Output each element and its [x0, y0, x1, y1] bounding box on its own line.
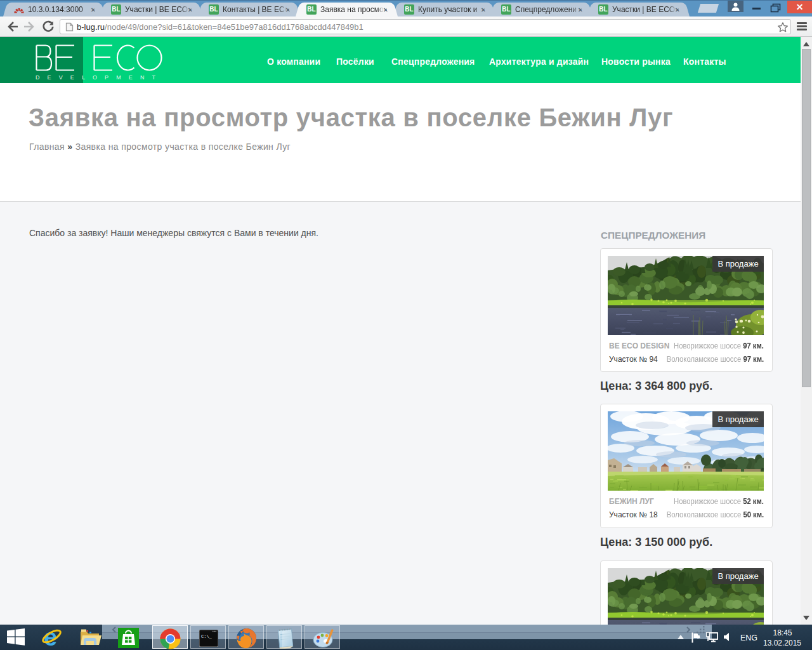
svg-text:C:\_: C:\_	[201, 634, 213, 639]
svg-text:DEVELOPMENT: DEVELOPMENT	[36, 74, 163, 81]
